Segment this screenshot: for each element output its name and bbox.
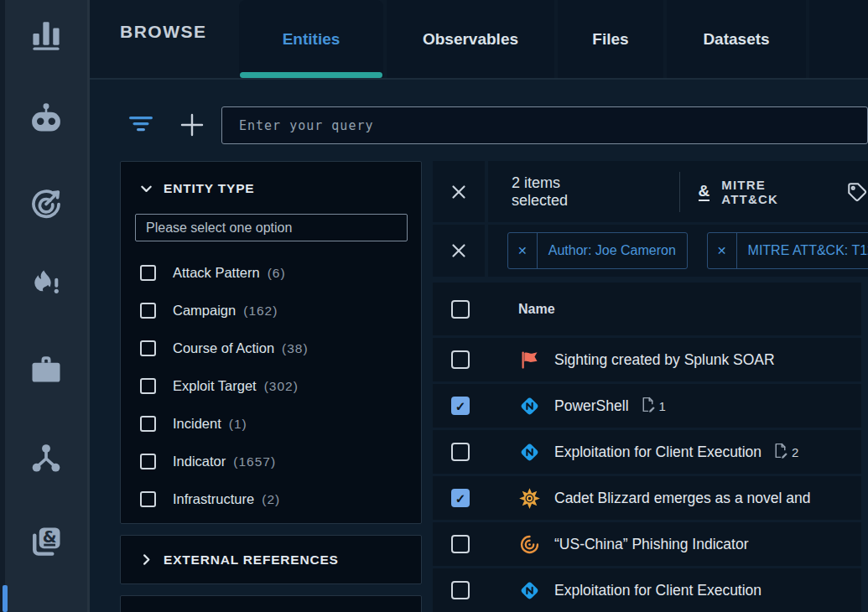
row-checkbox[interactable] — [451, 397, 470, 415]
plus-icon — [176, 110, 208, 140]
entity-type-option[interactable]: Exploit Target (302) — [121, 367, 421, 405]
filter-icon — [126, 112, 156, 137]
attack-cards-icon: & — [28, 522, 65, 559]
table-row[interactable]: Sighting created by Splunk SOAR — [433, 338, 861, 381]
sidebar-item-automation[interactable] — [5, 96, 87, 140]
select-all-checkbox[interactable] — [451, 300, 470, 319]
clear-filters-button[interactable] — [433, 225, 485, 277]
sidebar-item-topology[interactable] — [5, 437, 87, 480]
external-references-badge: 2 — [772, 442, 798, 463]
entity-type-panel: ENTITY TYPE Please select one option Att… — [120, 161, 422, 524]
svg-text:&: & — [43, 527, 57, 547]
entity-type-select[interactable]: Please select one option — [135, 214, 408, 241]
clear-selection-button[interactable] — [433, 161, 485, 222]
flag-icon — [518, 349, 541, 371]
filter-chip[interactable]: ✕ MITRE ATT&CK: T12 — [707, 232, 868, 269]
entity-type-option[interactable]: Infrastructure (2) — [121, 480, 421, 518]
option-checkbox[interactable] — [140, 416, 156, 432]
items-selected-count: 2 items selected — [512, 174, 621, 210]
threat-actor-icon — [518, 487, 541, 510]
close-icon — [450, 184, 467, 200]
mitre-attack-button[interactable]: MITRE ATT&CK — [721, 178, 826, 206]
attack-pattern-icon — [518, 579, 541, 602]
entity-type-option[interactable]: Campaign (162) — [121, 292, 421, 329]
threat-intelligence-app: & BROWSE Entities Observables Files Data… — [0, 0, 868, 612]
mitre-attack-logo: & — [699, 183, 710, 201]
selection-action-bar: 2 items selected & MITRE ATT&CK — [488, 161, 868, 222]
table-row[interactable]: “US-China” Phishing Indicator — [433, 522, 861, 566]
filter-sort-button[interactable] — [126, 112, 156, 138]
tab-files[interactable]: Files — [558, 0, 663, 78]
sidebar-scroll-indicator[interactable] — [3, 585, 8, 612]
robot-icon — [28, 100, 65, 137]
option-checkbox[interactable] — [140, 454, 156, 469]
table-header-row: Name — [433, 283, 861, 335]
sidebar-item-investigations[interactable] — [5, 347, 87, 391]
bar-chart-icon — [28, 15, 65, 52]
entity-table: Sighting created by Splunk SOAR PowerShe… — [433, 338, 861, 612]
filter-chip[interactable]: ✕ Author: Joe Cameron — [507, 232, 688, 269]
option-checkbox[interactable] — [140, 303, 156, 319]
attack-pattern-icon — [518, 441, 541, 464]
chevron-right-icon — [140, 553, 153, 566]
row-checkbox[interactable] — [451, 350, 470, 369]
add-filter-button[interactable] — [176, 110, 208, 140]
sidebar-item-analytics[interactable] — [5, 12, 87, 55]
entity-type-header[interactable]: ENTITY TYPE — [121, 162, 421, 196]
browse-title: BROWSE — [120, 22, 207, 42]
sidebar-item-detections[interactable] — [5, 181, 87, 225]
tag-icon — [846, 181, 868, 203]
table-row[interactable]: Exploitation for Client Execution — [433, 568, 861, 612]
tag-button[interactable] — [846, 181, 868, 203]
sidebar-item-incidents[interactable] — [5, 263, 87, 307]
filter-chips-bar: ✕ Author: Joe Cameron ✕ MITRE ATT&CK: T1… — [488, 225, 868, 277]
entity-type-option[interactable]: Attack Pattern (6) — [121, 254, 421, 292]
tab-observables[interactable]: Observables — [387, 0, 554, 78]
sidebar-item-mitre-attack[interactable]: & — [5, 519, 87, 563]
entity-type-option[interactable]: Course of Action (38) — [121, 329, 421, 367]
entity-type-options: Attack Pattern (6) Campaign (162) Course… — [121, 254, 421, 518]
indicator-icon — [518, 533, 541, 556]
external-references-badge: 1 — [639, 396, 666, 417]
network-icon — [28, 440, 65, 477]
option-checkbox[interactable] — [140, 340, 156, 356]
attack-pattern-icon — [518, 395, 541, 418]
chip-close-icon[interactable]: ✕ — [508, 244, 537, 257]
close-icon — [450, 242, 467, 259]
table-row[interactable]: Cadet Blizzard emerges as a novel and — [433, 476, 861, 520]
option-checkbox[interactable] — [140, 265, 156, 281]
external-references-panel: EXTERNAL REFERENCES — [120, 535, 422, 584]
row-checkbox[interactable] — [451, 489, 470, 507]
table-row[interactable]: Exploitation for Client Execution 2 — [433, 430, 861, 474]
external-references-header[interactable]: EXTERNAL REFERENCES — [121, 536, 421, 583]
option-checkbox[interactable] — [140, 491, 156, 507]
row-checkbox[interactable] — [451, 581, 470, 599]
app-sidebar: & — [0, 0, 90, 612]
row-checkbox[interactable] — [451, 535, 470, 553]
table-row[interactable]: PowerShell 1 — [433, 384, 861, 428]
briefcase-icon — [28, 350, 65, 387]
chip-close-icon[interactable]: ✕ — [708, 244, 736, 257]
option-checkbox[interactable] — [140, 378, 156, 394]
tab-entities[interactable]: Entities — [239, 0, 383, 78]
tab-datasets[interactable]: Datasets — [667, 0, 806, 78]
row-checkbox[interactable] — [451, 443, 470, 461]
chevron-down-icon — [140, 183, 153, 195]
target-icon — [28, 184, 65, 221]
query-placeholder: Enter your query — [239, 118, 374, 133]
entity-type-option[interactable]: Incident (1) — [121, 405, 421, 443]
next-filter-panel[interactable] — [120, 595, 422, 612]
browse-topbar: BROWSE Entities Observables Files Datase… — [90, 0, 868, 80]
tabbar-filler — [809, 0, 868, 78]
query-input[interactable]: Enter your query — [221, 106, 868, 144]
action-bar-divider — [679, 172, 680, 212]
entity-type-option[interactable]: Indicator (1657) — [121, 443, 421, 480]
flame-alert-icon — [28, 267, 65, 303]
name-column-header: Name — [518, 302, 555, 317]
